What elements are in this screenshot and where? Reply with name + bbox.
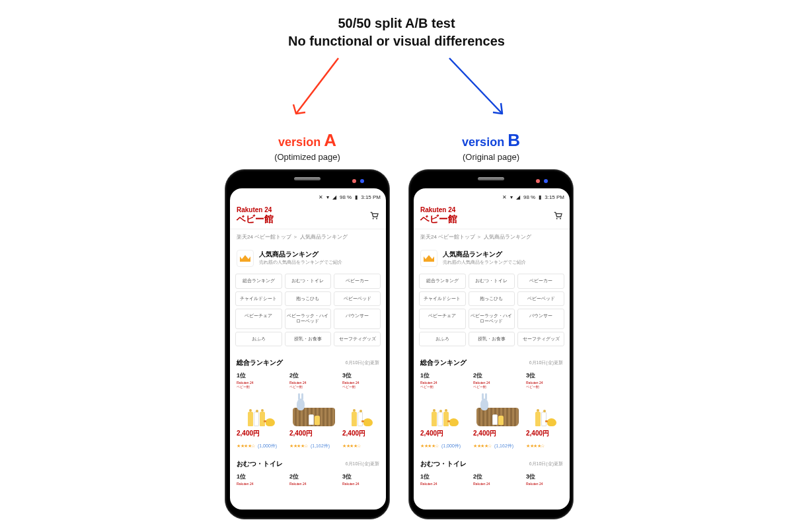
version-a-label: version A (Optimized page): [251, 130, 363, 162]
product-price: 2,400円: [526, 429, 566, 438]
mute-icon: ✕: [502, 194, 507, 200]
app-header: Rakuten 24 ベビー館: [230, 203, 386, 229]
category-btn[interactable]: 総合ランキング: [419, 274, 466, 288]
ranking-header: 人気商品ランキング 売れ筋の人気商品をランキングでご紹介: [414, 245, 570, 271]
category-btn[interactable]: チャイルドシート: [419, 291, 466, 306]
brand-logo[interactable]: Rakuten 24 ベビー館: [237, 207, 274, 223]
product-row: 1位 Rakuten 24 2位 Rakuten 24 3位 Rakuten 2…: [230, 471, 386, 488]
category-btn[interactable]: ベビーベッド: [334, 291, 381, 306]
mini-brand: ベビー館: [289, 385, 338, 389]
section-label: 総合ランキング: [420, 358, 467, 367]
rank-label: 2位: [473, 473, 522, 481]
rank-label: 1位: [420, 371, 469, 380]
product-card[interactable]: 1位 Rakuten 24: [420, 473, 469, 486]
product-row: 1位 Rakuten 24 ベビー館 2,400円 ★★★★☆ (1,000件)…: [230, 370, 386, 451]
svg-line-1: [449, 58, 502, 114]
product-card[interactable]: 3位 Rakuten 24: [342, 473, 382, 486]
product-image: [237, 389, 285, 426]
wifi-icon: ▾: [326, 194, 329, 200]
svg-line-0: [296, 58, 338, 114]
version-a-sub: (Optimized page): [251, 152, 363, 162]
ranking-title: 人気商品ランキング: [443, 250, 526, 259]
product-card[interactable]: 1位 Rakuten 24: [237, 473, 285, 486]
category-btn[interactable]: セーフティグッズ: [517, 332, 564, 346]
section-bar: おむつ・トイレ 6月10日(金)更新: [230, 454, 386, 471]
mini-brand: ベビー館: [237, 385, 285, 389]
breadcrumb[interactable]: 楽天24 ベビー館トップ ＞ 人気商品ランキング: [414, 229, 570, 245]
mini-brand: Rakuten 24: [526, 482, 566, 486]
product-price: 2,400円: [289, 429, 338, 438]
arrow-a: [284, 53, 344, 126]
category-btn[interactable]: ベビーラック・ハイローベッド: [285, 309, 332, 329]
product-image: [342, 389, 382, 426]
category-btn[interactable]: ベビーチェア: [235, 309, 282, 329]
phone-a-screen: ✕ ▾ ◢ 98 % ▮ 3:15 PM Rakuten 24 ベビー館 楽天2…: [230, 188, 386, 510]
category-btn[interactable]: おふろ: [419, 332, 466, 346]
phone-b-screen: ✕ ▾ ◢ 98 % ▮ 3:15 PM Rakuten 24 ベビー館 楽天2…: [414, 188, 570, 510]
category-btn[interactable]: おむつ・トイレ: [285, 274, 332, 288]
category-btn[interactable]: ベビーカー: [517, 274, 564, 288]
breadcrumb[interactable]: 楽天24 ベビー館トップ ＞ 人気商品ランキング: [230, 229, 386, 245]
section-label: おむつ・トイレ: [237, 459, 283, 469]
category-btn[interactable]: セーフティグッズ: [334, 332, 381, 346]
mini-brand: ベビー館: [342, 385, 382, 389]
product-row: 1位 Rakuten 24 2位 Rakuten 24 3位 Rakuten 2…: [414, 471, 570, 488]
rank-label: 1位: [237, 371, 285, 380]
svg-point-2: [373, 217, 374, 219]
product-card[interactable]: 2位 Rakuten 24 ベビー館 2,400円 ★★★★☆ (1,162件): [473, 371, 522, 450]
category-btn[interactable]: ベビーベッド: [517, 291, 564, 306]
rank-label: 2位: [289, 371, 338, 380]
brand-logo[interactable]: Rakuten 24 ベビー館: [420, 207, 457, 223]
brand-line-1: Rakuten 24: [420, 207, 457, 214]
product-price: 2,400円: [420, 429, 469, 438]
product-image: [526, 389, 566, 426]
category-btn[interactable]: 総合ランキング: [235, 274, 282, 288]
ranking-sub: 売れ筋の人気商品をランキングでご紹介: [443, 259, 526, 266]
category-btn[interactable]: ベビーチェア: [419, 309, 466, 329]
category-btn[interactable]: ベビーカー: [334, 274, 381, 288]
signal-icon: ◢: [332, 194, 336, 200]
product-price: 2,400円: [473, 429, 522, 438]
category-btn[interactable]: バウンサー: [517, 309, 564, 329]
category-btn[interactable]: バウンサー: [334, 309, 381, 329]
phone-sensor-dot: [360, 179, 364, 183]
mini-brand: Rakuten 24: [420, 482, 469, 486]
mini-brand: Rakuten 24: [289, 482, 338, 486]
section-date: 6月10日(金)更新: [529, 461, 563, 467]
category-btn[interactable]: ベビーラック・ハイローベッド: [469, 309, 515, 329]
star-rating: ★★★★☆: [473, 443, 492, 448]
category-btn[interactable]: チャイルドシート: [235, 291, 282, 306]
clock-text: 3:15 PM: [545, 194, 564, 200]
product-card[interactable]: 2位 Rakuten 24: [473, 473, 522, 486]
diagram-title: 50/50 split A/B test No functional or vi…: [288, 15, 505, 50]
star-rating: ★★★★☆: [342, 443, 361, 448]
battery-icon: ▮: [355, 194, 358, 200]
product-card[interactable]: 2位 Rakuten 24 ベビー館 2,400円 ★★★★☆ (1,162件): [289, 371, 338, 450]
category-grid: 総合ランキング おむつ・トイレ ベビーカー チャイルドシート 抱っこひも ベビー…: [414, 271, 570, 353]
review-count: (1,162件): [311, 443, 330, 448]
product-card[interactable]: 1位 Rakuten 24 ベビー館 2,400円 ★★★★☆ (1,000件): [237, 371, 285, 450]
product-card[interactable]: 3位 Rakuten 24: [526, 473, 566, 486]
battery-icon: ▮: [539, 194, 541, 200]
section-date: 6月10日(金)更新: [346, 360, 379, 366]
category-btn[interactable]: おふろ: [235, 332, 282, 346]
category-btn[interactable]: 授乳・お食事: [469, 332, 515, 346]
brand-line-1: Rakuten 24: [237, 207, 274, 214]
category-btn[interactable]: 抱っこひも: [285, 291, 332, 306]
rank-label: 2位: [473, 371, 522, 380]
rank-label: 3位: [526, 473, 566, 481]
category-btn[interactable]: おむつ・トイレ: [469, 274, 515, 288]
battery-text: 98 %: [340, 194, 352, 200]
category-btn[interactable]: 授乳・お食事: [285, 332, 332, 346]
rank-label: 1位: [420, 473, 469, 481]
rank-label: 3位: [342, 473, 382, 481]
cart-icon[interactable]: [369, 210, 379, 221]
product-card[interactable]: 2位 Rakuten 24: [289, 473, 338, 486]
product-card[interactable]: 3位 Rakuten 24 ベビー館 2,400円 ★★★★☆: [526, 371, 566, 450]
product-card[interactable]: 3位 Rakuten 24 ベビー館 2,400円 ★★★★☆: [342, 371, 382, 450]
category-grid: 総合ランキング おむつ・トイレ ベビーカー チャイルドシート 抱っこひも ベビー…: [230, 271, 386, 353]
cart-icon[interactable]: [552, 210, 563, 221]
title-line-2: No functional or visual differences: [288, 32, 505, 50]
category-btn[interactable]: 抱っこひも: [469, 291, 515, 306]
product-card[interactable]: 1位 Rakuten 24 ベビー館 2,400円 ★★★★☆ (1,000件): [420, 371, 469, 450]
